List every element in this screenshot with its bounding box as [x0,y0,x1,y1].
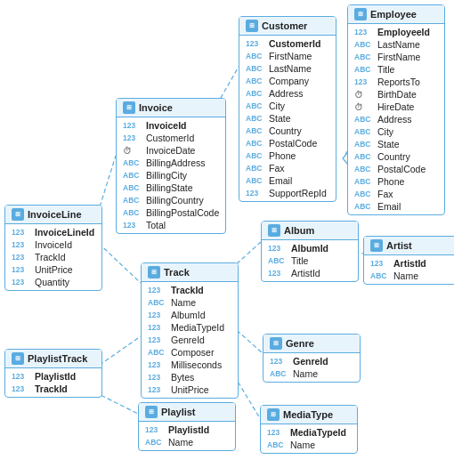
field-name-label: TrackId [35,383,68,394]
field-row: 123SupportRepId [239,187,336,199]
field-type-badge: ABC [123,158,142,167]
table-label-mediatype: MediaType [283,409,333,420]
field-row: ABCBillingAddress [117,157,225,169]
field-row: ABCName [142,296,238,309]
field-name-label: UnitPrice [35,264,73,275]
field-name-label: PlaylistId [35,371,76,382]
table-grid-icon: ⊞ [267,408,280,421]
field-row: ABCName [139,436,235,448]
field-type-badge: ABC [145,438,165,447]
field-name-label: BillingCity [146,170,187,181]
table-label-track: Track [164,267,190,278]
table-body-artist: 123ArtistIdABCName [364,255,454,284]
field-type-badge: ABC [354,52,374,61]
field-type-badge: ABC [246,151,265,160]
field-row: ABCBillingPostalCode [117,206,225,219]
table-grid-icon: ⊞ [354,8,367,20]
table-body-playlisttrack: 123PlaylistId123TrackId [5,368,101,397]
table-customer: ⊞Customer123CustomerIdABCFirstNameABCLas… [239,16,336,202]
field-type-badge: ABC [354,190,374,198]
field-row: ABCFax [239,162,336,174]
field-name-label: TrackId [35,252,66,262]
field-row: 123ArtistId [262,267,358,279]
field-type-badge: ABC [246,52,265,61]
field-type-badge: ⏱ [123,146,142,156]
field-name-label: UnitPrice [171,384,209,395]
table-artist: ⊞Artist123ArtistIdABCName [363,236,454,285]
table-mediatype: ⊞MediaType123MediaTypeIdABCName [260,405,358,454]
field-name-label: Title [291,255,308,266]
field-name-label: Phone [377,176,404,187]
field-row: ⏱BirthDate [348,88,444,101]
field-name-label: ArtistId [291,268,320,278]
field-type-badge: 123 [12,278,31,286]
field-type-badge: 123 [123,121,142,130]
field-type-badge: 123 [12,228,31,237]
field-row: ABCPhone [239,149,336,162]
field-type-badge: ABC [354,115,374,124]
field-name-label: Name [168,437,193,448]
field-name-label: EmployeeId [377,27,430,37]
field-row: 123ReportsTo [348,76,444,88]
field-name-label: PostalCode [377,164,426,174]
field-row: ABCCountry [239,125,336,137]
erd-diagram: ⊞InvoiceLine123InvoiceLineId123InvoiceId… [0,0,454,476]
table-grid-icon: ⊞ [246,20,258,32]
field-type-badge: ABC [354,127,374,136]
field-name-label: BillingPostalCode [146,207,219,218]
table-header-mediatype: ⊞MediaType [261,406,357,424]
field-row: 123AlbumId [142,309,238,321]
field-name-label: PlaylistId [168,424,209,435]
field-row: ABCTitle [262,254,358,267]
field-name-label: State [269,113,291,124]
field-row: ABCAddress [239,87,336,100]
field-type-badge: 123 [246,39,265,48]
table-label-playlist: Playlist [161,407,196,417]
table-body-employee: 123EmployeeIdABCLastNameABCFirstNameABCT… [348,24,444,214]
field-name-label: CustomerId [269,38,320,49]
field-row: 123MediaTypeId [261,426,357,439]
field-name-label: InvoiceId [146,120,187,131]
field-name-label: Phone [269,150,296,161]
field-type-badge: ABC [123,208,142,217]
field-type-badge: ABC [270,369,289,378]
table-header-employee: ⊞Employee [348,5,444,24]
field-name-label: Fax [377,189,393,199]
field-row: ABCCity [348,125,444,138]
field-name-label: TrackId [171,285,204,295]
field-name-label: BillingState [146,182,193,193]
table-label-invoice: Invoice [139,102,173,113]
field-type-badge: ABC [370,271,390,280]
field-type-badge: ⏱ [354,90,374,100]
field-name-label: AlbumId [291,243,328,254]
field-type-badge: 123 [354,77,374,86]
field-row: 123GenreId [142,334,238,346]
field-type-badge: ABC [354,140,374,149]
field-name-label: State [377,139,400,149]
field-row: ABCLastName [239,62,336,75]
field-type-badge: ABC [354,177,374,186]
field-row: 123TrackId [5,251,101,263]
field-name-label: LastName [377,39,420,50]
field-row: ABCBillingState [117,182,225,194]
field-row: 123PlaylistId [5,370,101,383]
field-name-label: Address [377,114,412,125]
field-name-label: BirthDate [377,89,417,100]
field-row: ABCName [263,367,360,380]
field-row: ABCPostalCode [348,163,444,175]
field-type-badge: 123 [12,265,31,274]
field-row: 123TrackId [5,383,101,395]
table-invoiceline: ⊞InvoiceLine123InvoiceLineId123InvoiceId… [4,205,102,291]
field-name-label: BillingCountry [146,195,204,206]
field-name-label: Composer [171,347,214,358]
field-type-badge: ABC [123,183,142,192]
table-label-album: Album [284,225,314,236]
field-name-label: Name [171,297,196,308]
table-label-employee: Employee [370,9,417,20]
field-name-label: Name [393,270,418,281]
field-type-badge: ABC [354,152,374,161]
field-row: 123CustomerId [239,37,336,50]
field-row: 123Milliseconds [142,359,238,371]
field-name-label: Email [377,201,401,212]
field-type-badge: ABC [246,77,265,85]
